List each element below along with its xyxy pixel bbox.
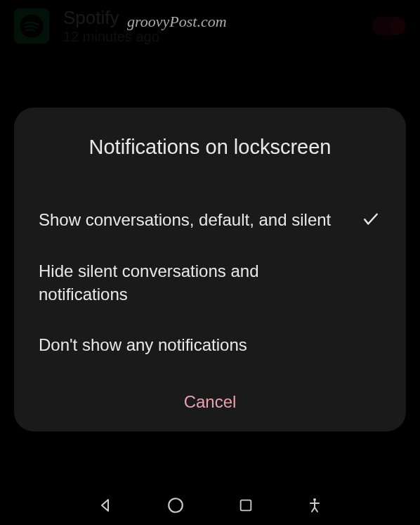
option-label: Show conversations, default, and silent xyxy=(39,209,331,231)
dialog-title: Notifications on lockscreen xyxy=(14,136,406,159)
accessibility-button[interactable] xyxy=(306,497,323,514)
cancel-button[interactable]: Cancel xyxy=(14,371,406,419)
back-button[interactable] xyxy=(97,497,114,514)
option-hide-silent[interactable]: Hide silent conversations and notificati… xyxy=(14,246,406,320)
lockscreen-notifications-dialog: Notifications on lockscreen Show convers… xyxy=(14,108,406,431)
option-label: Don't show any notifications xyxy=(39,334,247,356)
option-show-all[interactable]: Show conversations, default, and silent xyxy=(14,194,406,246)
navigation-bar xyxy=(0,486,420,525)
svg-point-3 xyxy=(313,498,316,501)
option-label: Hide silent conversations and notificati… xyxy=(39,260,334,306)
option-hide-all[interactable]: Don't show any notifications xyxy=(14,320,406,370)
recents-button[interactable] xyxy=(238,498,254,513)
home-button[interactable] xyxy=(166,496,185,514)
dialog-overlay: Notifications on lockscreen Show convers… xyxy=(0,0,420,525)
checkmark-icon xyxy=(360,208,381,232)
svg-rect-2 xyxy=(240,500,251,511)
svg-point-1 xyxy=(169,498,183,512)
